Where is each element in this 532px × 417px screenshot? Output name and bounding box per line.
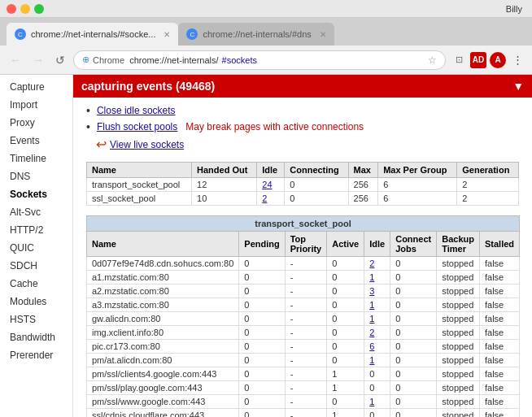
transport-name-6: pic.cr173.com:80: [87, 340, 239, 354]
sidebar-item-alt-svc[interactable]: Alt-Svc: [0, 203, 72, 221]
transport-top-9: -: [285, 381, 327, 395]
transport-pending-0: 0: [239, 257, 285, 271]
transport-stalled-5: false: [479, 326, 519, 340]
transport-idle-link-3[interactable]: 1: [369, 300, 374, 310]
sidebar-item-quic[interactable]: QUIC: [0, 239, 72, 257]
pool-idle-link-0[interactable]: 24: [262, 180, 272, 189]
transport-bt-8: stopped: [437, 367, 480, 381]
close-idle-link[interactable]: Close idle sockets: [97, 105, 176, 116]
transport-table-row: pm/ssl/play.google.com:443 0 - 1 0 0 sto…: [87, 381, 520, 395]
transport-cj-3: 0: [390, 298, 437, 312]
maximize-button[interactable]: [34, 4, 44, 14]
pool-table-row: transport_socket_pool 12 24 0 256 6 2: [87, 178, 519, 192]
transport-active-0: 0: [327, 257, 364, 271]
pool-idle-link-1[interactable]: 2: [262, 193, 267, 203]
transport-idle-8: 0: [364, 367, 390, 381]
back-button[interactable]: ←: [7, 52, 24, 68]
sidebar-item-dns[interactable]: DNS: [0, 167, 72, 185]
actions-section: • Close idle sockets • Flush socket pool…: [73, 98, 532, 162]
reload-button[interactable]: ↺: [52, 52, 68, 68]
address-bar: ← → ↺ ⊕ Chrome chrome://net-internals/#s…: [0, 46, 532, 75]
pool-max-0: 256: [348, 178, 378, 192]
address-chrome-label: Chrome: [93, 55, 124, 65]
transport-idle-link-0[interactable]: 2: [369, 258, 374, 268]
transport-active-6: 0: [327, 340, 364, 354]
transport-stalled-0: false: [479, 257, 519, 271]
th-idle: Idle: [364, 232, 390, 257]
pool-name-1: ssl_socket_pool: [87, 192, 192, 206]
sidebar-item-http2[interactable]: HTTP/2: [0, 221, 72, 239]
transport-active-1: 0: [327, 271, 364, 285]
extensions-icon[interactable]: AD: [470, 52, 486, 68]
transport-idle-link-6[interactable]: 6: [369, 341, 374, 351]
sidebar-item-prerender[interactable]: Prerender: [0, 346, 72, 364]
tab-label-dns: chrome://net-internals/#dns: [203, 29, 311, 39]
arrow-icon: ↩: [96, 137, 107, 152]
sidebar-item-cache[interactable]: Cache: [0, 275, 72, 293]
sidebar-item-timeline[interactable]: Timeline: [0, 150, 72, 167]
th-backup-timer: Backup Timer: [437, 232, 480, 257]
transport-bt-5: stopped: [437, 326, 480, 340]
sidebar-item-sockets[interactable]: Sockets: [0, 185, 72, 203]
view-live-link[interactable]: View live sockets: [110, 139, 184, 150]
sidebar-item-modules[interactable]: Modules: [0, 293, 72, 311]
transport-idle-link-5[interactable]: 2: [369, 328, 374, 337]
pool-table: Name Handed Out Idle Connecting Max Max …: [86, 162, 519, 206]
transport-name-1: a1.mzstatic.com:80: [87, 271, 239, 285]
sidebar-item-proxy[interactable]: Proxy: [0, 114, 72, 132]
transport-active-2: 0: [327, 285, 364, 298]
reader-icon[interactable]: ⊡: [451, 52, 467, 68]
col-connecting: Connecting: [285, 163, 348, 178]
content-area[interactable]: capturing events (49468) ▼ • Close idle …: [73, 75, 532, 417]
pool-connecting-1: 0: [285, 192, 348, 206]
transport-idle-link-4[interactable]: 1: [369, 314, 374, 324]
header-title: capturing events (49468): [81, 80, 215, 93]
transport-stalled-3: false: [479, 298, 519, 312]
tab-close-sockets[interactable]: ✕: [164, 30, 170, 39]
tab-icon-sockets: C: [15, 28, 26, 40]
sidebar-item-sdch[interactable]: SDCH: [0, 257, 72, 275]
collapse-icon[interactable]: ▼: [512, 80, 524, 93]
transport-top-2: -: [285, 285, 327, 298]
transport-name-8: pm/ssl/clients4.google.com:443: [87, 367, 239, 381]
adblock-icon[interactable]: A: [490, 52, 506, 68]
sidebar-item-events[interactable]: Events: [0, 132, 72, 150]
transport-idle-link-7[interactable]: 1: [369, 355, 374, 365]
transport-pending-1: 0: [239, 271, 285, 285]
transport-table-row: pm/ssl/clients4.google.com:443 0 - 1 0 0…: [87, 367, 520, 381]
sidebar-item-hsts[interactable]: HSTS: [0, 311, 72, 328]
transport-bt-10: stopped: [437, 395, 480, 409]
transport-name-11: ssl/cdnjs.cloudflare.com:443: [87, 409, 239, 418]
pool-idle-1[interactable]: 2: [257, 192, 285, 206]
transport-stalled-11: false: [479, 409, 519, 418]
flush-pools-link[interactable]: Flush socket pools: [97, 121, 177, 132]
transport-idle-link-1[interactable]: 1: [369, 272, 374, 282]
transport-table-row: pm/ssl/www.google.com:443 0 - 0 1 0 stop…: [87, 395, 520, 409]
transport-bt-4: stopped: [437, 312, 480, 326]
sidebar-item-bandwidth[interactable]: Bandwidth: [0, 328, 72, 346]
sidebar-item-import[interactable]: Import: [0, 96, 72, 114]
minimize-button[interactable]: [20, 4, 30, 14]
menu-icon[interactable]: ⋮: [509, 52, 525, 68]
bookmark-icon[interactable]: ☆: [428, 54, 437, 66]
pool-connecting-0: 0: [285, 178, 348, 192]
th-top-priority: Top Priority: [285, 232, 327, 257]
pool-gen-1: 2: [457, 192, 519, 206]
bullet-2: •: [86, 120, 90, 133]
transport-idle-link-10[interactable]: 1: [369, 397, 374, 406]
transport-idle-2: 3: [364, 285, 390, 298]
tab-close-dns[interactable]: ✕: [320, 30, 326, 39]
tab-sockets[interactable]: C chrome://net-internals/#socke... ✕: [7, 23, 178, 46]
close-button[interactable]: [7, 4, 16, 14]
col-name: Name: [87, 163, 192, 178]
forward-button[interactable]: →: [29, 52, 47, 68]
address-input[interactable]: ⊕ Chrome chrome://net-internals/#sockets…: [73, 50, 446, 70]
pool-idle-0[interactable]: 24: [257, 178, 285, 192]
transport-idle-3: 1: [364, 298, 390, 312]
sidebar-item-capture[interactable]: Capture: [0, 78, 72, 96]
transport-idle-link-2[interactable]: 3: [369, 286, 374, 296]
tab-dns[interactable]: C chrome://net-internals/#dns ✕: [178, 23, 334, 46]
transport-table-container: transport_socket_pool Name Pending Top P…: [73, 215, 532, 417]
transport-stalled-8: false: [479, 367, 519, 381]
pool-max-1: 256: [348, 192, 378, 206]
